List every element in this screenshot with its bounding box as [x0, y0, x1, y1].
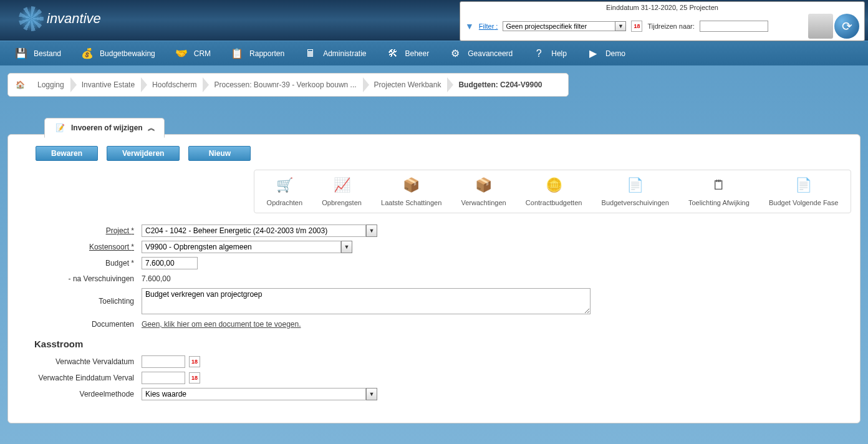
home-icon[interactable]: 🏠 — [16, 80, 25, 89]
project-combo[interactable]: ▼ — [142, 224, 377, 237]
menu-geavanceerd[interactable]: ⚙Geavanceerd — [439, 42, 521, 65]
filter-select[interactable]: ▼ — [503, 21, 626, 31]
funnel-icon: ▼ — [465, 21, 474, 31]
kostensoort-combo[interactable]: ▼ — [142, 241, 352, 253]
sub-opdrachten[interactable]: 🛒Opdrachten — [267, 176, 302, 206]
save-button[interactable]: Bewaren — [36, 146, 98, 161]
calendar-icon[interactable]: 18 — [631, 21, 642, 32]
chart-icon: 📈 — [332, 176, 352, 194]
collapse-icon[interactable]: ︽ — [148, 123, 155, 133]
project-label[interactable]: Project * — [17, 226, 142, 235]
budget-input[interactable] — [142, 257, 198, 269]
naversch-value: 7.600,00 — [142, 273, 171, 284]
action-buttons: Bewaren Verwijderen Nieuw — [17, 135, 851, 170]
app-header: invantive Einddatum 31-12-2020, 25 Proje… — [0, 0, 868, 41]
kostensoort-input[interactable] — [142, 241, 341, 253]
menu-beheer[interactable]: 🛠Beheer — [377, 42, 438, 65]
sub-toolbar: 🛒Opdrachten 📈Opbrengsten 📦Laatste Schatt… — [254, 170, 851, 213]
verdeel-label: Verdeelmethode — [17, 390, 142, 398]
menu-demo[interactable]: ▶Demo — [577, 42, 634, 65]
bc-werkbank[interactable]: Projecten Werkbank — [365, 80, 450, 89]
sub-opbrengsten[interactable]: 📈Opbrengsten — [322, 176, 362, 206]
filter-value[interactable] — [503, 21, 615, 31]
bc-estate[interactable]: Invantive Estate — [73, 80, 143, 89]
filter-bar: Einddatum 31-12-2020, 25 Projecten ▼ Fil… — [460, 1, 865, 41]
boxes-icon: 📦 — [402, 176, 422, 194]
menu-bestand[interactable]: 💾Bestand — [5, 42, 70, 65]
sub-verschuivingen[interactable]: 📄Budgetverschuivingen — [602, 176, 669, 206]
dropdown-icon[interactable]: ▼ — [341, 241, 352, 253]
coins-icon: 🪙 — [544, 176, 564, 194]
delete-button[interactable]: Verwijderen — [107, 146, 180, 161]
sub-schattingen[interactable]: 📦Laatste Schattingen — [381, 176, 441, 206]
dropdown-icon[interactable]: ▼ — [366, 224, 377, 237]
documenten-label: Documenten — [17, 320, 142, 329]
calculator-icon: 🖩 — [303, 46, 318, 61]
tab-invoeren[interactable]: 📝 Invoeren of wijzigen ︽ — [44, 118, 165, 138]
menu-help[interactable]: ?Help — [523, 42, 576, 65]
vervaldatum-input[interactable] — [142, 355, 185, 368]
handshake-icon: 🤝 — [174, 46, 189, 61]
gears-icon: ⚙ — [448, 46, 463, 61]
vervaldatum-label: Verwachte Vervaldatum — [17, 357, 142, 366]
tools-icon: 🛠 — [385, 46, 400, 61]
einddatum-input[interactable] — [142, 372, 185, 384]
main-menubar: 💾Bestand 💰Budgetbewaking 🤝CRM 📋Rapporten… — [0, 41, 868, 65]
calendar-icon[interactable]: 18 — [189, 356, 200, 367]
filter-link[interactable]: Filter : — [479, 22, 498, 30]
cart-icon: 🛒 — [274, 176, 294, 194]
toelichting-label: Toelichting — [17, 288, 142, 306]
building-icon — [808, 14, 833, 39]
menu-budgetbewaking[interactable]: 💰Budgetbewaking — [71, 42, 164, 65]
bc-current: Budgetten: C204-V9900 — [450, 80, 551, 89]
kostensoort-label[interactable]: Kostensoort * — [17, 243, 142, 251]
budget-icon: 💰 — [80, 46, 95, 61]
dropdown-icon[interactable]: ▼ — [366, 388, 377, 400]
sub-toelichting[interactable]: 🗒Toelichting Afwijking — [688, 176, 750, 206]
new-button[interactable]: Nieuw — [188, 146, 251, 161]
content-panel: 📝 Invoeren of wijzigen ︽ Bewaren Verwijd… — [7, 134, 861, 423]
summary-text: Einddatum 31-12-2020, 25 Projecten — [465, 4, 859, 11]
board-icon: 📋 — [229, 46, 244, 61]
note-icon: 🗒 — [709, 176, 729, 194]
menu-rapporten[interactable]: 📋Rapporten — [221, 42, 293, 65]
kasstroom-title: Kasstroom — [34, 339, 851, 349]
budget-form: Project * ▼ Kostensoort * ▼ Budget * - n… — [17, 224, 851, 400]
doc-move-icon: 📄 — [625, 176, 645, 194]
logo-swirl-icon — [19, 6, 44, 31]
demo-icon: ▶ — [586, 46, 600, 61]
menu-administratie[interactable]: 🖩Administratie — [294, 42, 375, 65]
menu-crm[interactable]: 🤝CRM — [165, 42, 219, 65]
verdeel-combo[interactable]: ▼ — [142, 388, 377, 400]
toelichting-textarea[interactable]: Budget verkregen van projectgroep — [142, 288, 591, 314]
tijdreizen-label: Tijdreizen naar: — [647, 22, 694, 30]
filter-dropdown-icon[interactable]: ▼ — [615, 21, 626, 31]
bc-processen[interactable]: Processen: Bouwnr-39 - Verkoop bouwn ... — [205, 80, 365, 89]
doc-next-icon: 📄 — [794, 176, 814, 194]
bc-hoofd[interactable]: Hoofdscherm — [143, 80, 205, 89]
verdeel-input[interactable] — [142, 388, 366, 400]
bc-logging[interactable]: Logging — [29, 80, 73, 89]
logo-text: invantive — [47, 11, 101, 27]
einddatum-label: Verwachte Einddatum Verval — [17, 374, 142, 382]
calendar-icon[interactable]: 18 — [189, 372, 200, 384]
breadcrumb: 🏠 Logging Invantive Estate Hoofdscherm P… — [7, 73, 569, 97]
sub-contract[interactable]: 🪙Contractbudgetten — [526, 176, 582, 206]
budget-label: Budget * — [17, 259, 142, 268]
edit-icon: 📝 — [54, 122, 66, 134]
boxes2-icon: 📦 — [474, 176, 494, 194]
sub-verwachtingen[interactable]: 📦Verwachtingen — [461, 176, 506, 206]
logo: invantive — [19, 6, 101, 31]
refresh-button[interactable]: ⟳ — [834, 14, 859, 39]
project-input[interactable] — [142, 224, 366, 237]
documenten-link[interactable]: Geen, klik hier om een document toe te v… — [142, 320, 301, 329]
naversch-label: - na Verschuivingen — [17, 274, 142, 283]
tab-label: Invoeren of wijzigen — [71, 123, 143, 132]
tijdreizen-input[interactable] — [700, 21, 768, 32]
sub-volgende[interactable]: 📄Budget Volgende Fase — [769, 176, 838, 206]
save-icon: 💾 — [14, 46, 29, 61]
help-icon: ? — [531, 46, 546, 61]
